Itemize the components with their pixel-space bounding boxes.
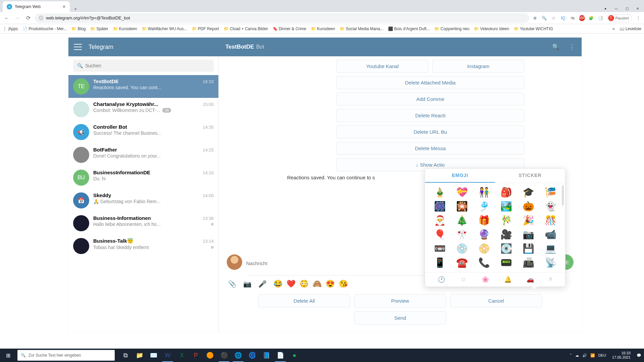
wifi-icon[interactable]: 📶 xyxy=(590,353,595,358)
chat-list-item[interactable]: Business-Informationen 13:36 Hallo liebe… xyxy=(68,212,218,235)
microphone-icon[interactable]: 🎤 xyxy=(258,280,267,288)
emoji-scrollbar[interactable] xyxy=(562,185,564,205)
bot-inline-button[interactable]: Delete Reacti xyxy=(336,109,524,122)
emoji-option[interactable]: 🎆 xyxy=(432,202,448,211)
nav-back-button[interactable]: ← xyxy=(3,14,11,22)
bot-inline-button[interactable]: Cancel xyxy=(450,294,542,307)
bookmark-item[interactable]: 📁Wahlfächer WU Aus... xyxy=(142,26,187,31)
extension-icon[interactable]: 🛍 xyxy=(570,15,576,21)
chrome-menu-icon[interactable]: ⋮ xyxy=(635,15,641,21)
emoji-category[interactable]: 🌸 xyxy=(482,276,489,283)
extensions-menu-icon[interactable]: 🧩 xyxy=(588,15,594,21)
emoji-option[interactable]: 🎁 xyxy=(476,216,492,225)
obs-icon[interactable]: ⚫ xyxy=(217,349,231,362)
clock[interactable]: 16:33 17.05.2021 xyxy=(609,351,633,360)
window-maximize-button[interactable]: ▢ xyxy=(622,5,632,12)
bot-inline-button[interactable]: Preview xyxy=(354,294,446,307)
bookmark-star-icon[interactable]: ☆ xyxy=(551,15,557,21)
emoji-option[interactable]: ☎️ xyxy=(454,258,470,267)
emoji-option[interactable]: 💝 xyxy=(454,188,470,197)
notifications-icon[interactable]: 💬 xyxy=(637,353,641,358)
bookmark-item[interactable]: 🔖Dinner & Crime xyxy=(273,26,306,31)
install-app-icon[interactable]: ⊕ xyxy=(532,15,538,21)
emoji-category[interactable]: ☺ xyxy=(460,276,466,283)
task-view-icon[interactable]: ⧉ xyxy=(119,349,132,362)
bot-inline-button[interactable]: Delete Attached Media xyxy=(336,76,524,89)
spotify-icon[interactable]: ● xyxy=(288,349,301,362)
bookmark-item[interactable]: 📁Social Media Mana... xyxy=(340,26,383,31)
edge-icon[interactable]: 🌀 xyxy=(246,349,259,362)
more-icon[interactable]: ⋮ xyxy=(569,43,575,51)
bot-inline-button[interactable]: Delete Messa xyxy=(336,142,524,155)
menu-button[interactable] xyxy=(74,44,82,50)
bot-inline-button[interactable]: Instagram xyxy=(432,60,524,73)
emoji-option[interactable]: 🎏 xyxy=(542,188,558,197)
chat-list-item[interactable]: TE TestBotDE 16:33 Reactions saved. You … xyxy=(68,75,218,98)
reading-list-icon[interactable]: 📑 xyxy=(598,15,604,21)
bookmark-item[interactable]: 📁PDF Report xyxy=(192,26,219,31)
chat-list-item[interactable]: BU BusinessInformationDE 14:10 Du: hi xyxy=(68,166,218,189)
mail-icon[interactable]: ✉️ xyxy=(147,349,160,362)
sticker-tab[interactable]: STICKER xyxy=(495,169,565,183)
volume-icon[interactable]: 🔊 xyxy=(582,353,587,358)
emoji-option[interactable]: 🎈 xyxy=(432,230,448,239)
app-icon[interactable]: 🟠 xyxy=(203,349,217,362)
site-info-icon[interactable]: ⓘ xyxy=(39,15,43,21)
window-minimize-button[interactable]: — xyxy=(611,5,621,12)
bookmark-item[interactable]: 📁Cload + Canva Bilder xyxy=(224,26,268,31)
cloud-icon[interactable]: ☁ xyxy=(575,353,579,358)
emoji-option[interactable]: 📹 xyxy=(542,230,558,239)
emoji-option[interactable]: 📞 xyxy=(476,258,492,267)
emoji-option[interactable]: 🎋 xyxy=(498,216,514,225)
emoji-option[interactable]: 🏞️ xyxy=(498,202,514,211)
emoji-option[interactable]: 🎐 xyxy=(476,202,492,211)
tab-close-icon[interactable]: ✕ xyxy=(62,4,66,9)
emoji-option[interactable]: 💽 xyxy=(498,244,514,253)
bookmarks-overflow[interactable]: » xyxy=(612,26,615,31)
chat-list-item[interactable]: 📢 Controller Bot 14:35 Success! The chan… xyxy=(68,121,218,143)
app-icon[interactable]: 📄 xyxy=(274,349,287,362)
emoji-option[interactable]: 🔮 xyxy=(476,230,492,239)
chat-list-item[interactable]: Chartanalyse Kryptowähr... 15:00 Combot:… xyxy=(68,98,218,121)
chat-title[interactable]: TestBotDE xyxy=(225,44,254,50)
emoji-option[interactable]: 🎍 xyxy=(432,188,448,197)
chrome-icon[interactable]: 🌐 xyxy=(231,349,245,362)
emoji-category[interactable]: 🔔 xyxy=(504,276,512,283)
camera-icon[interactable]: 📷 xyxy=(243,280,252,288)
emoji-category[interactable]: 🕐 xyxy=(438,276,445,283)
nav-reload-button[interactable]: ⟳ xyxy=(24,14,32,22)
bookmark-item[interactable]: 📁Kursideen xyxy=(311,26,335,31)
chat-list-item[interactable]: Business-Talk😇 13:14 Tobias hat Skeddy e… xyxy=(68,235,218,257)
emoji-option[interactable]: 🎉 xyxy=(520,216,536,225)
quick-emoji[interactable]: 😳 xyxy=(300,280,309,288)
emoji-option[interactable]: 📱 xyxy=(432,258,448,267)
bot-inline-button[interactable]: Youtube Kanal xyxy=(336,60,428,73)
emoji-option[interactable]: 🎃 xyxy=(520,202,536,211)
chat-list-item[interactable]: BotFather 14:25 Done! Congratulations on… xyxy=(68,143,218,166)
emoji-option[interactable]: 👫 xyxy=(476,188,492,197)
emoji-category[interactable]: # xyxy=(549,276,552,283)
bookmark-item[interactable]: ⬛Bois d'Argent Duft... xyxy=(388,26,430,31)
profile-button[interactable]: T Pausiert xyxy=(607,14,632,22)
app-icon[interactable]: 📘 xyxy=(260,349,273,362)
bookmark-item[interactable]: 📁Blog xyxy=(71,26,86,31)
new-tab-button[interactable]: ＋ xyxy=(70,6,81,12)
emoji-option[interactable]: 📡 xyxy=(542,258,558,267)
chat-list-item[interactable]: 📅 Skeddy 14:00 🙏 Geburtstag von Fabio Re… xyxy=(68,189,218,212)
bookmark-item[interactable]: 📁Kursideen xyxy=(113,26,137,31)
emoji-option[interactable]: 💻 xyxy=(542,244,558,253)
bookmark-item[interactable]: 📁Youtube WICHTIG xyxy=(514,26,553,31)
emoji-option[interactable]: 📼 xyxy=(432,244,448,253)
tray-chevron-icon[interactable]: ˄ xyxy=(570,353,572,358)
adblock-icon[interactable]: ABP xyxy=(579,15,585,21)
emoji-option[interactable]: 🎌 xyxy=(454,230,470,239)
chat-search-input[interactable] xyxy=(73,60,214,72)
emoji-option[interactable]: 📠 xyxy=(520,258,536,267)
file-explorer-icon[interactable]: 📁 xyxy=(133,349,146,362)
bot-inline-button[interactable]: Delete All xyxy=(258,294,350,307)
language-indicator[interactable]: DEU xyxy=(598,353,606,357)
bot-inline-button[interactable]: Delete URL Bu xyxy=(336,125,524,138)
emoji-option[interactable]: 🎥 xyxy=(498,230,514,239)
emoji-option[interactable]: 🎄 xyxy=(454,216,470,225)
bot-inline-button[interactable]: Add Comme xyxy=(336,93,524,106)
